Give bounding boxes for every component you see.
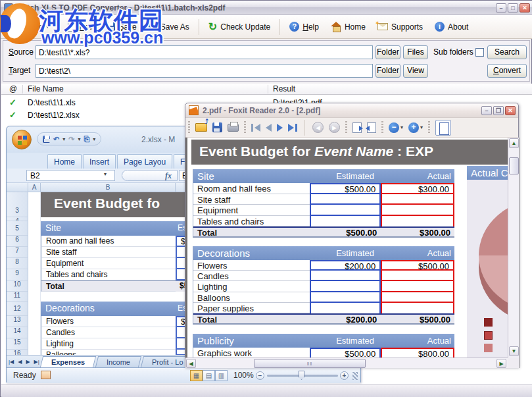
budget-row: Flowers $200.00 $500.00 [193, 260, 454, 271]
watermark-logo [0, 3, 40, 44]
vertical-scrollbar[interactable]: ▲ ▼ [508, 138, 519, 357]
watermark-site-url: www.pc0359.cn [41, 28, 163, 47]
foxit-minimize-button[interactable]: – [481, 106, 492, 115]
office-button[interactable] [12, 130, 32, 149]
prev-page-button[interactable] [266, 124, 272, 132]
redo-icon[interactable]: ↷ [68, 135, 74, 144]
scroll-right-icon[interactable]: ▶ [496, 359, 506, 368]
converter-bottom-edge [1, 384, 532, 397]
redo-dropdown-icon[interactable]: ▾ [78, 136, 80, 142]
about-icon: i [435, 22, 445, 32]
decorations-section: Decorations Estimated Actual Flowers $20… [193, 246, 454, 325]
publicity-section-header: Publicity Estimated Actual [193, 334, 454, 348]
sub-folders-label: Sub folders [433, 47, 473, 57]
help-button[interactable]: ? Help [285, 19, 324, 34]
target-view-button[interactable]: View [403, 64, 428, 78]
single-page-view-button[interactable] [435, 120, 451, 136]
pie-legend-swatch [484, 318, 493, 327]
next-page-button[interactable] [277, 124, 283, 132]
home-button[interactable]: Home [326, 20, 370, 34]
check-update-button[interactable]: ↻ Check Update [204, 20, 275, 34]
macro-record-icon[interactable] [41, 371, 51, 379]
budget-row: Room and hall fees $500.00 $300.00 [193, 183, 454, 194]
ribbon-tab-home[interactable]: Home [47, 154, 82, 169]
zoom-out-dropdown-icon[interactable]: ▾ [400, 124, 403, 130]
source-input[interactable] [36, 45, 373, 59]
page-break-view-button[interactable]: ▥ [215, 370, 228, 381]
first-sheet-icon[interactable]: |◀ [9, 359, 14, 365]
zoom-in-button[interactable]: +▾ [408, 122, 423, 133]
next-view-page-icon[interactable] [352, 122, 362, 133]
convert-button[interactable]: Convert [487, 64, 527, 78]
undo-icon[interactable]: ↶ [53, 135, 59, 144]
target-folder-button[interactable]: Folder [375, 64, 400, 78]
file-path: D:\test\1\1.xls [28, 98, 76, 107]
about-button[interactable]: i About [430, 19, 473, 34]
budget-row: Equipment [193, 205, 454, 216]
fx-icon[interactable]: fx [122, 170, 178, 181]
page-layout-view-button[interactable]: ▤ [203, 370, 215, 381]
zoom-in-dropdown-icon[interactable]: ▾ [420, 124, 423, 130]
back-view-button[interactable]: ◀ [312, 122, 324, 133]
source-files-button[interactable]: Files [403, 45, 428, 59]
scroll-down-icon[interactable]: ▼ [509, 346, 519, 356]
sheet-tab-expenses[interactable]: Expenses [40, 356, 97, 367]
zoom-out-button[interactable]: − [256, 371, 264, 380]
sheet-tab-income[interactable]: Income [95, 356, 141, 367]
maximize-button[interactable]: □ [508, 3, 518, 13]
last-page-button[interactable] [288, 124, 297, 132]
vertical-scroll-thumb[interactable] [509, 157, 519, 174]
zoom-slider-thumb[interactable] [299, 371, 304, 380]
search-button[interactable]: Search [487, 45, 527, 59]
decorations-total-row: Total $200.00 $500.00 [193, 313, 454, 325]
minimize-button[interactable]: – [496, 3, 506, 13]
foxit-close-button[interactable]: ✕ [505, 106, 516, 115]
supports-button[interactable]: Supports [373, 20, 427, 34]
column-header-b[interactable]: B [41, 183, 176, 192]
open-button[interactable] [195, 123, 207, 132]
resize-grip[interactable] [352, 372, 358, 380]
name-box-dropdown-icon[interactable]: ▾ [104, 171, 107, 177]
normal-view-button[interactable]: ▦ [190, 370, 203, 381]
foxit-restore-button[interactable]: ❐ [493, 106, 504, 115]
undo-dropdown-icon[interactable]: ▾ [62, 136, 65, 142]
target-input[interactable] [36, 64, 373, 78]
last-sheet-icon[interactable]: ▶| [34, 359, 39, 365]
pdf-page[interactable]: Event Budget for Event Name : EXP Site E… [185, 138, 508, 357]
scroll-up-icon[interactable]: ▲ [509, 138, 519, 148]
print-button[interactable] [228, 124, 239, 132]
ribbon-tab-page-layout[interactable]: Page Layou [117, 154, 172, 169]
sub-folders-checkbox[interactable] [475, 48, 484, 57]
publicity-section: Publicity Estimated Actual Graphics work… [193, 334, 454, 357]
prev-view-page-icon[interactable] [367, 122, 376, 133]
paste-icon[interactable]: ⎘ [84, 135, 89, 144]
scroll-left-icon[interactable]: ◀ [186, 359, 196, 368]
scrollbar-corner [508, 357, 519, 368]
source-folder-button[interactable]: Folder [375, 45, 400, 59]
ribbon-tab-insert[interactable]: Insert [83, 154, 116, 169]
save-button[interactable] [212, 122, 222, 132]
zoom-in-button[interactable]: + [340, 371, 349, 380]
zoom-out-button[interactable]: −▾ [389, 122, 403, 133]
site-section-header: Site Estimated Actual [193, 169, 454, 183]
supports-envelope-icon [377, 23, 388, 30]
next-sheet-icon[interactable]: ▶ [26, 359, 30, 365]
column-header-a[interactable]: A [28, 183, 41, 192]
budget-row: Paper supplies [193, 303, 454, 313]
prev-sheet-icon[interactable]: ◀ [18, 359, 22, 365]
excel-window-title: 2.xlsx - M [141, 135, 175, 144]
zoom-level[interactable]: 100% [233, 371, 254, 380]
close-button[interactable]: ✕ [520, 3, 530, 13]
qat-more-icon[interactable]: ▾ [93, 136, 95, 142]
budget-row: Balloons [193, 292, 454, 303]
horizontal-scrollbar[interactable]: ◀ ‖‖ ▶ [185, 357, 508, 368]
forward-view-button[interactable]: ▶ [329, 122, 340, 133]
horizontal-scroll-thumb[interactable]: ‖‖ [254, 359, 366, 368]
name-box[interactable]: B2 [26, 170, 115, 181]
status-column-header[interactable]: @ [9, 84, 17, 93]
first-page-button[interactable] [251, 124, 260, 132]
qat-save-icon[interactable] [43, 136, 50, 143]
file-name-column-header[interactable]: File Name [28, 84, 64, 93]
select-all-corner[interactable] [7, 183, 28, 192]
result-column-header[interactable]: Result [273, 84, 295, 93]
